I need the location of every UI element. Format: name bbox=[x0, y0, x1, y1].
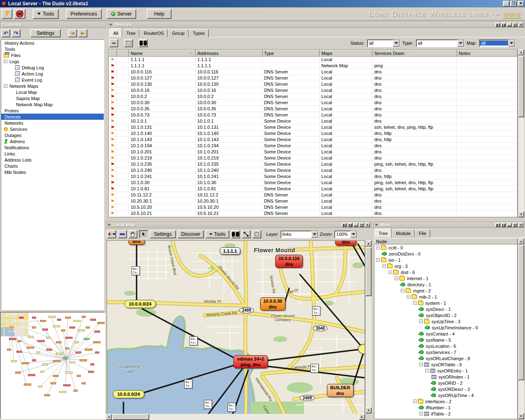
table-row[interactable]: ⚑10.1.0.20110.1.0.201Some DeviceLocaldns bbox=[109, 149, 518, 155]
add-element-button[interactable]: + bbox=[107, 230, 116, 238]
sidebar-item-address-lists[interactable]: Address Lists bbox=[1, 157, 104, 163]
mib-node-sysUpTimeInstance[interactable]: sysUpTimeInstance - 0 bbox=[374, 324, 517, 331]
pane-bar-button[interactable] bbox=[507, 223, 512, 227]
zoom-select[interactable]: 100% bbox=[334, 231, 357, 238]
table-row[interactable]: ⚑10.1.0.13110.1.0.131Some DeviceLocalssh… bbox=[109, 124, 518, 130]
filter-select-status[interactable]: all bbox=[367, 39, 400, 47]
expand-toggle-icon[interactable]: − bbox=[413, 301, 417, 305]
table-row[interactable]: ⚑10.1.0.24010.1.0.240Some DeviceLocaldns bbox=[109, 167, 518, 173]
find-button[interactable] bbox=[139, 39, 148, 47]
contents-settings-button[interactable]: Settings bbox=[30, 29, 61, 37]
map-horizontal-scrollbar[interactable]: ◄ ► bbox=[106, 414, 365, 420]
network-overview-minimap[interactable] bbox=[0, 312, 105, 419]
sidebar-item-outages[interactable]: Outages bbox=[1, 132, 104, 138]
pane-split-columns-button[interactable] bbox=[501, 23, 506, 27]
map-settings-button[interactable]: Settings bbox=[150, 230, 176, 238]
expand-toggle-icon[interactable]: − bbox=[395, 276, 398, 280]
tab-tree[interactable]: Tree bbox=[374, 228, 392, 237]
tab-module[interactable]: Module bbox=[392, 229, 415, 237]
collapse-icon[interactable] bbox=[109, 24, 112, 26]
table-row[interactable]: ⚑10.5.10.2010.5.10.20DNS ServerLocaldns bbox=[109, 204, 518, 210]
device-node[interactable]: dns bbox=[335, 240, 356, 246]
expand-toggle-icon[interactable]: − bbox=[419, 412, 423, 415]
table-row[interactable]: ⚑10.0.0.210.0.0.2DNS ServerLocaldns bbox=[109, 94, 518, 100]
network-cloud-node[interactable]: 10.0.0.0/24 bbox=[124, 300, 156, 308]
expand-toggle-icon[interactable]: − bbox=[4, 84, 7, 88]
select-tool-button[interactable] bbox=[139, 230, 148, 238]
table-row[interactable]: ⚑10.0.0.7310.0.0.73DNS ServerLocaldns bbox=[109, 112, 518, 118]
expand-toggle-icon[interactable]: − bbox=[376, 246, 380, 249]
sidebar-item-tools[interactable]: Tools bbox=[1, 46, 104, 52]
table-row[interactable]: ⚑10.0.0.11610.0.0.116DNS ServerLocaldns bbox=[109, 69, 518, 75]
expand-toggle-icon[interactable]: − bbox=[382, 264, 386, 268]
tab-tree[interactable]: Tree bbox=[122, 29, 139, 37]
table-row[interactable]: ⚑10.0.0.3010.0.0.30DNS ServerLocaldns bbox=[109, 100, 518, 106]
pane-split-columns-button[interactable] bbox=[347, 223, 353, 227]
map-find-button[interactable] bbox=[231, 230, 240, 238]
mib-node-sysContact[interactable]: sysContact - 4 bbox=[374, 331, 517, 337]
devices-vertical-scrollbar[interactable]: ▲ ▼ bbox=[518, 49, 524, 217]
undo-button[interactable]: ↶ bbox=[1, 29, 10, 37]
minimize-button[interactable]: _ bbox=[503, 1, 509, 7]
mib-node-sysORTable[interactable]: −sysORTable - 9 bbox=[374, 361, 517, 368]
table-row[interactable]: ⚑1.1.1.11.1.1.1Local bbox=[109, 57, 518, 63]
mib-node-mib-2[interactable]: −mib-2 - 1 bbox=[374, 294, 517, 300]
remove-button[interactable] bbox=[109, 39, 118, 47]
tab-file[interactable]: File bbox=[415, 229, 430, 237]
sidebar-item-mib-nodes[interactable]: Mib Nodes bbox=[1, 169, 104, 175]
device-node[interactable]: edimax 24+2 ping, dns bbox=[233, 355, 268, 368]
pane-split-vertical-button[interactable] bbox=[342, 223, 347, 227]
table-row[interactable]: ⚑10.1.0.21910.1.0.219Some DeviceLocaldns bbox=[109, 155, 518, 161]
filter-select-map[interactable]: all bbox=[479, 39, 515, 47]
mib-node-sysOREntry[interactable]: −sysOREntry - 1 bbox=[374, 368, 517, 374]
link-tool-button[interactable] bbox=[242, 230, 251, 238]
table-row[interactable]: ⚑10.1.0.110.1.0.1Some DeviceLocaldns bbox=[109, 118, 518, 124]
layer-select[interactable]: links bbox=[281, 231, 318, 238]
mib-node-sysORIndex[interactable]: sysORIndex - 1 bbox=[374, 374, 517, 380]
expand-toggle-icon[interactable]: − bbox=[4, 59, 7, 63]
table-row[interactable]: ⚑10.1.0.23510.1.0.235Some DeviceLocalpin… bbox=[109, 161, 518, 167]
tools-menu-button[interactable]: Tools bbox=[33, 9, 59, 19]
pane-split-vertical-button[interactable] bbox=[495, 23, 500, 27]
mib-node-dod[interactable]: −dod - 6 bbox=[374, 269, 517, 275]
pane-bar-button[interactable] bbox=[507, 23, 512, 27]
table-row[interactable]: ⚑10.1.0.14010.1.0.140Some DeviceLocaldns… bbox=[109, 130, 518, 137]
sidebar-item-networks[interactable]: Networks bbox=[1, 120, 104, 126]
collapse-icon[interactable] bbox=[375, 224, 378, 226]
server-button[interactable]: Server bbox=[107, 9, 136, 19]
expand-toggle-icon[interactable]: − bbox=[376, 258, 380, 262]
scroll-thumb[interactable] bbox=[365, 247, 372, 296]
scroll-down-button[interactable]: ▼ bbox=[518, 413, 524, 419]
expand-toggle-icon[interactable]: − bbox=[407, 295, 411, 299]
sidebar-item-probes[interactable]: Probes bbox=[1, 107, 104, 114]
connect-button[interactable] bbox=[2, 9, 12, 19]
pane-close-button[interactable]: ✕ bbox=[518, 223, 523, 227]
mibs-node-column-header[interactable]: Node bbox=[374, 238, 518, 244]
expand-toggle-icon[interactable]: − bbox=[425, 369, 429, 372]
sidebar-item-charts[interactable]: Charts bbox=[1, 163, 104, 169]
expand-toggle-icon[interactable]: − bbox=[401, 289, 404, 292]
scroll-down-button[interactable]: ▼ bbox=[518, 211, 524, 217]
banner-www-link[interactable]: www bbox=[503, 9, 521, 19]
sidebar-item-network-maps[interactable]: −Network Maps bbox=[1, 83, 104, 89]
scroll-thumb[interactable] bbox=[518, 245, 524, 380]
sidebar-item-local-map[interactable]: Local Map bbox=[1, 89, 104, 95]
mib-node-sysORDescr[interactable]: sysORDescr - 3 bbox=[374, 386, 517, 392]
details-button[interactable] bbox=[124, 39, 133, 47]
column-header-Name[interactable]: Name bbox=[129, 50, 196, 57]
column-header-Notes[interactable]: Notes bbox=[457, 50, 518, 57]
pan-tool-button[interactable] bbox=[128, 230, 137, 238]
table-row[interactable]: ⚑10.20.30.110.20.30.1DNS ServerLocaldns bbox=[109, 198, 518, 204]
mib-node-directory[interactable]: directory - 1 bbox=[374, 281, 517, 288]
sidebar-item-history-actions[interactable]: History Actions bbox=[1, 40, 104, 46]
tab-all[interactable]: All bbox=[109, 28, 122, 37]
sidebar-item-devices[interactable]: Devices bbox=[1, 114, 104, 120]
map-vertical-scrollbar[interactable]: ▲ ▼ bbox=[365, 240, 372, 413]
disconnect-button[interactable] bbox=[14, 9, 25, 19]
remove-element-button[interactable] bbox=[118, 230, 127, 238]
map-canvas[interactable]: Flower MoundGrapevine LakeFlower Mound C… bbox=[107, 240, 365, 414]
table-row[interactable]: ⚑10.0.0.13010.0.0.130DNS ServerLocaldns bbox=[109, 81, 518, 87]
scroll-thumb[interactable] bbox=[518, 56, 524, 117]
tab-types[interactable]: Types bbox=[189, 29, 209, 37]
pane-split-rows-button[interactable] bbox=[512, 23, 518, 27]
